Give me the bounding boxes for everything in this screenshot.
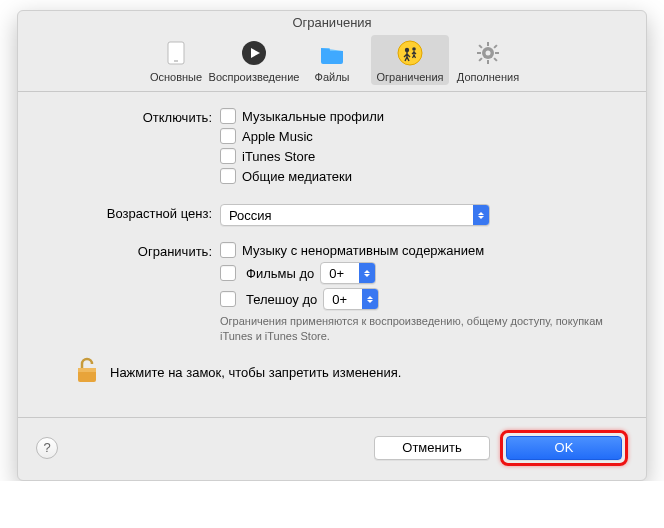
svg-rect-18: [78, 368, 96, 372]
svg-point-8: [486, 51, 491, 56]
age-label: Возрастной ценз:: [42, 204, 220, 221]
option-label: Apple Music: [242, 129, 313, 144]
tab-general[interactable]: Основные: [137, 35, 215, 85]
svg-rect-11: [477, 52, 481, 54]
restrictions-icon: [394, 37, 426, 69]
checkbox-apple-music[interactable]: [220, 128, 236, 144]
svg-rect-14: [493, 44, 497, 48]
tv-label: Телешоу до: [246, 292, 317, 307]
svg-rect-16: [493, 57, 497, 61]
cancel-button[interactable]: Отменить: [374, 436, 490, 460]
tab-label: Основные: [150, 71, 202, 83]
folder-icon: [316, 37, 348, 69]
gear-icon: [472, 37, 504, 69]
lock-icon[interactable]: [74, 356, 100, 389]
tab-label: Воспроизведение: [209, 71, 300, 83]
restrict-label: Ограничить:: [42, 242, 220, 259]
movies-rating-select[interactable]: 0+: [320, 262, 376, 284]
restrictions-note: Ограничения применяются к воспроизведени…: [220, 314, 622, 344]
checkbox-shared-libraries[interactable]: [220, 168, 236, 184]
chevron-updown-icon: [362, 289, 378, 309]
tab-files[interactable]: Файлы: [293, 35, 371, 85]
svg-rect-15: [478, 57, 482, 61]
disable-label: Отключить:: [42, 108, 220, 125]
toolbar: Основные Воспроизведение Файлы Ограничен…: [18, 33, 646, 92]
option-label: Общие медиатеки: [242, 169, 352, 184]
svg-rect-13: [478, 44, 482, 48]
ok-button[interactable]: OK: [506, 436, 622, 460]
svg-rect-10: [487, 60, 489, 64]
general-icon: [160, 37, 192, 69]
tab-advanced[interactable]: Дополнения: [449, 35, 527, 85]
select-value: Россия: [229, 208, 272, 223]
svg-point-5: [405, 48, 409, 52]
checkbox-music-profiles[interactable]: [220, 108, 236, 124]
footer: ? Отменить OK: [18, 417, 646, 480]
svg-rect-9: [487, 42, 489, 46]
help-button[interactable]: ?: [36, 437, 58, 459]
select-value: 0+: [332, 292, 347, 307]
tv-rating-select[interactable]: 0+: [323, 288, 379, 310]
chevron-updown-icon: [473, 205, 489, 225]
svg-rect-1: [174, 60, 178, 62]
tab-restrictions[interactable]: Ограничения: [371, 35, 449, 85]
tab-label: Файлы: [315, 71, 350, 83]
content-area: Отключить: Музыкальные профили Apple Mus…: [18, 92, 646, 417]
checkbox-movies[interactable]: [220, 265, 236, 281]
lock-message: Нажмите на замок, чтобы запретить измене…: [110, 365, 401, 380]
option-label: Музыкальные профили: [242, 109, 384, 124]
play-icon: [238, 37, 270, 69]
movies-label: Фильмы до: [246, 266, 314, 281]
svg-rect-12: [495, 52, 499, 54]
tab-playback[interactable]: Воспроизведение: [215, 35, 293, 85]
preferences-window: Ограничения Основные Воспроизведение Фай…: [17, 10, 647, 481]
option-label: Музыку с ненормативным содержанием: [242, 243, 484, 258]
svg-point-6: [412, 47, 416, 51]
checkbox-tv[interactable]: [220, 291, 236, 307]
ok-highlight: OK: [500, 430, 628, 466]
checkbox-explicit-music[interactable]: [220, 242, 236, 258]
chevron-updown-icon: [359, 263, 375, 283]
tab-label: Ограничения: [376, 71, 443, 83]
window-title: Ограничения: [18, 11, 646, 33]
checkbox-itunes-store[interactable]: [220, 148, 236, 164]
svg-point-4: [398, 41, 422, 65]
age-rating-select[interactable]: Россия: [220, 204, 490, 226]
option-label: iTunes Store: [242, 149, 315, 164]
tab-label: Дополнения: [457, 71, 519, 83]
select-value: 0+: [329, 266, 344, 281]
